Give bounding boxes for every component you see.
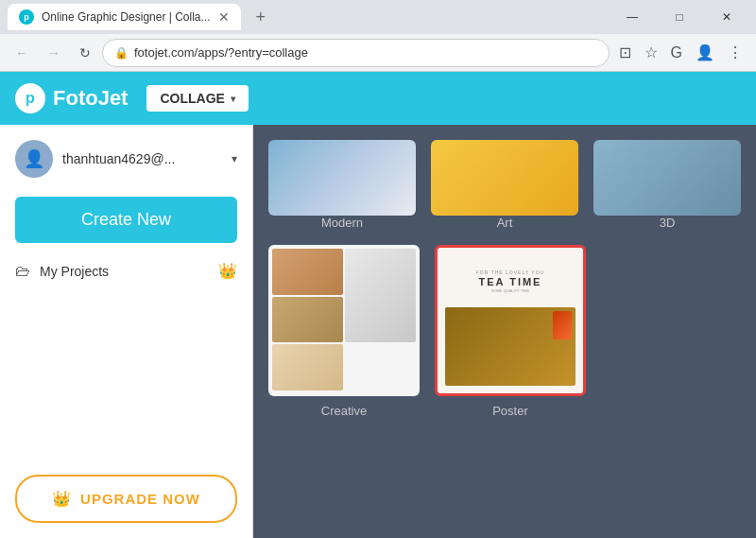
reload-button[interactable]: ↻ (72, 40, 98, 66)
poster-preview: FOR THE LOVELY YOU TEA TIME SOME QUALITY… (438, 248, 583, 393)
poster-image-overlay (553, 311, 572, 339)
crown-icon: 👑 (218, 262, 237, 280)
gallery-bottom-row: Creative FOR THE LOVELY YOU TEA TIME SOM… (268, 245, 741, 418)
lock-icon: 🔒 (114, 46, 129, 60)
window-controls: — □ ✕ (610, 4, 748, 30)
address-bar[interactable]: 🔒 fotojet.com/apps/?entry=collage (102, 39, 610, 67)
creative-cell-2 (345, 249, 416, 342)
upgrade-button[interactable]: 👑 UPGRADE NOW (15, 475, 237, 523)
gallery-item-art[interactable]: Art (431, 140, 578, 230)
main-content: 👤 thanhtuan4629@... ▾ Create New 🗁 My Pr… (0, 125, 756, 538)
tab-strip: p Online Graphic Designer | Colla... ✕ + (8, 4, 273, 31)
3d-thumbnail (593, 140, 741, 216)
poster-main-title: TEA TIME (479, 275, 542, 288)
gallery-item-poster[interactable]: FOR THE LOVELY YOU TEA TIME SOME QUALITY… (435, 245, 586, 418)
upgrade-crown-icon: 👑 (52, 490, 71, 508)
url-text: fotojet.com/apps/?entry=collage (134, 45, 308, 60)
chevron-down-icon: ▾ (231, 94, 235, 104)
profile-icon[interactable]: 👤 (690, 38, 720, 67)
back-button[interactable]: ← (8, 40, 36, 66)
creative-cell-4 (272, 344, 343, 390)
poster-thumbnail: FOR THE LOVELY YOU TEA TIME SOME QUALITY… (435, 245, 586, 396)
browser-chrome: p Online Graphic Designer | Colla... ✕ +… (0, 0, 756, 72)
gallery-item-creative[interactable]: Creative (268, 245, 420, 418)
collage-label: COLLAGE (160, 91, 224, 106)
tab-title: Online Graphic Designer | Colla... (42, 10, 211, 24)
new-tab-button[interactable]: + (249, 4, 274, 31)
upgrade-label: UPGRADE NOW (80, 491, 200, 507)
gallery-item-modern[interactable]: Modern (268, 140, 416, 230)
gallery-item-3d[interactable]: 3D (593, 140, 741, 230)
user-section: 👤 thanhtuan4629@... ▾ (15, 140, 237, 178)
gallery-label-creative: Creative (321, 404, 367, 418)
collage-dropdown-button[interactable]: COLLAGE ▾ (146, 85, 248, 112)
user-name: thanhtuan4629@... (62, 151, 222, 166)
translate-icon[interactable]: G (665, 39, 688, 67)
sidebar: 👤 thanhtuan4629@... ▾ Create New 🗁 My Pr… (0, 125, 253, 538)
gallery-label-modern: Modern (321, 216, 363, 230)
my-projects-item[interactable]: 🗁 My Projects 👑 (15, 262, 237, 280)
user-dropdown-icon[interactable]: ▾ (232, 152, 237, 165)
creative-cell-1 (272, 249, 343, 295)
creative-cell-3 (272, 297, 343, 343)
app-container: p FotoJet COLLAGE ▾ 👤 thanhtuan4629@... … (0, 72, 756, 538)
title-bar: p Online Graphic Designer | Colla... ✕ +… (0, 0, 756, 34)
creative-collage-preview (268, 245, 420, 396)
tab-favicon: p (19, 9, 34, 25)
gallery-label-art: Art (497, 216, 513, 230)
gallery-label-poster: Poster (492, 404, 528, 418)
active-tab[interactable]: p Online Graphic Designer | Colla... ✕ (8, 4, 241, 30)
folder-icon: 🗁 (15, 263, 30, 280)
close-button[interactable]: ✕ (705, 4, 748, 30)
forward-button[interactable]: → (40, 40, 68, 66)
logo-area: p FotoJet (15, 83, 128, 113)
logo-text: FotoJet (53, 86, 128, 111)
extension-icon[interactable]: ⊡ (613, 38, 637, 67)
avatar: 👤 (15, 140, 53, 178)
creative-thumbnail (268, 245, 420, 396)
my-projects-label: My Projects (40, 264, 209, 279)
app-header: p FotoJet COLLAGE ▾ (0, 72, 756, 125)
menu-icon[interactable]: ⋮ (722, 38, 748, 67)
gallery-label-3d: 3D (660, 216, 676, 230)
navigation-bar: ← → ↻ 🔒 fotojet.com/apps/?entry=collage … (0, 34, 756, 72)
poster-image-area (445, 307, 576, 386)
poster-sub-text: SOME QUALITY TIME (491, 288, 530, 293)
maximize-button[interactable]: □ (658, 4, 701, 30)
bookmark-icon[interactable]: ☆ (639, 38, 663, 67)
gallery: Modern Art 3D (253, 125, 756, 538)
sidebar-spacer (15, 280, 237, 475)
poster-title-area: FOR THE LOVELY YOU TEA TIME SOME QUALITY… (445, 255, 576, 307)
minimize-button[interactable]: — (610, 4, 654, 30)
modern-thumbnail (268, 140, 416, 216)
logo-letter: p (26, 90, 35, 107)
tab-close-button[interactable]: ✕ (218, 9, 230, 25)
create-new-button[interactable]: Create New (15, 197, 237, 243)
gallery-top-row: Modern Art 3D (268, 140, 741, 230)
logo-icon: p (15, 83, 45, 113)
art-thumbnail (431, 140, 578, 216)
browser-nav-icons: ⊡ ☆ G 👤 ⋮ (613, 38, 748, 67)
